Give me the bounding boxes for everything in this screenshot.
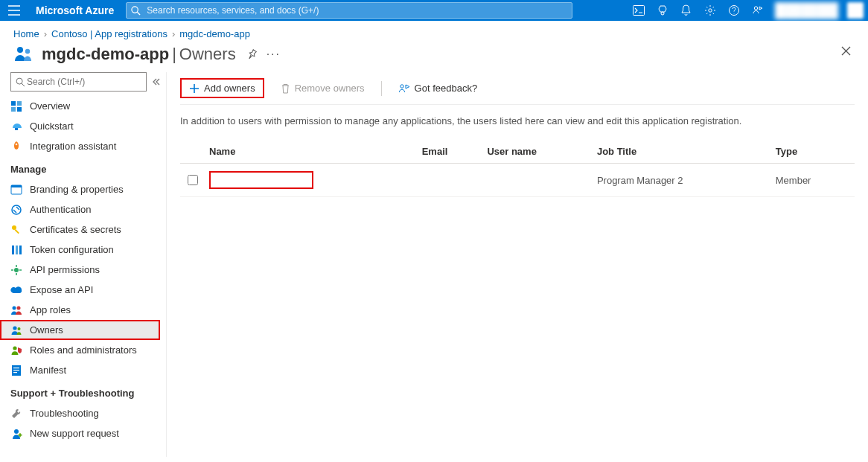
page-title-bold: mgdc-demo-app — [42, 45, 169, 64]
cell-type: Member — [771, 164, 855, 197]
sidebar-item-label: New support request — [30, 428, 119, 439]
notifications-icon[interactable] — [675, 0, 698, 21]
cell-name — [205, 164, 418, 197]
svg-point-27 — [17, 306, 21, 309]
svg-point-28 — [13, 326, 16, 330]
svg-point-4 — [709, 9, 712, 12]
add-owners-button[interactable]: Add owners — [180, 78, 264, 98]
redacted-name — [209, 171, 313, 189]
branding-icon — [10, 184, 22, 196]
feedback-button[interactable]: Got feedback? — [392, 80, 484, 97]
sidebar-item-label: Manifest — [30, 365, 66, 376]
sidebar-item-branding[interactable]: Branding & properties — [0, 179, 166, 199]
svg-rect-2 — [633, 6, 644, 16]
key-icon — [10, 224, 22, 236]
support-icon — [10, 428, 22, 440]
sidebar-item-app-roles[interactable]: App roles — [0, 300, 166, 320]
svg-point-25 — [14, 268, 19, 272]
sidebar-item-overview[interactable]: Overview — [0, 96, 166, 116]
breadcrumb-app[interactable]: mgdc-demo-app — [179, 28, 250, 39]
more-icon[interactable]: ··· — [267, 48, 281, 61]
svg-rect-11 — [11, 101, 16, 106]
add-owners-label: Add owners — [204, 83, 255, 94]
remove-owners-label: Remove owners — [295, 83, 365, 94]
sidebar-item-label: Quickstart — [30, 121, 74, 132]
sidebar-section-support: Support + Troubleshooting — [0, 380, 166, 403]
sidebar-item-label: Overview — [30, 100, 70, 112]
sidebar-item-label: Integration assistant — [30, 141, 116, 152]
svg-point-29 — [18, 327, 21, 330]
col-email[interactable]: Email — [418, 140, 483, 164]
cell-jobtitle: Program Manager 2 — [593, 164, 771, 197]
sidebar-item-label: Token configuration — [30, 244, 114, 255]
close-icon[interactable] — [840, 45, 852, 57]
search-icon — [131, 6, 141, 16]
col-type[interactable]: Type — [771, 140, 855, 164]
account-info[interactable]: ████████████ ████████████ — [770, 2, 843, 19]
svg-rect-23 — [16, 246, 18, 254]
sidebar-search-box[interactable] — [10, 72, 147, 92]
svg-rect-22 — [12, 246, 14, 254]
sidebar-item-owners[interactable]: Owners — [0, 320, 160, 340]
help-icon[interactable] — [723, 0, 745, 21]
global-search[interactable] — [126, 2, 572, 19]
breadcrumb-home[interactable]: Home — [13, 28, 39, 39]
hamburger-icon[interactable] — [4, 1, 24, 20]
api-icon — [10, 264, 22, 276]
copilot-icon[interactable] — [651, 0, 674, 21]
cloudshell-icon[interactable] — [628, 0, 650, 21]
sidebar-item-integration-assistant[interactable]: Integration assistant — [0, 136, 166, 156]
svg-point-19 — [12, 205, 21, 214]
sidebar-item-token-config[interactable]: Token configuration — [0, 240, 166, 260]
sidebar-item-manifest[interactable]: Manifest — [0, 360, 166, 380]
col-username[interactable]: User name — [482, 140, 593, 164]
svg-line-10 — [22, 83, 25, 86]
plus-icon — [189, 83, 200, 94]
sidebar-item-new-support[interactable]: New support request — [0, 423, 166, 443]
sidebar-menu: Overview Quickstart Integration assistan… — [0, 96, 166, 443]
cell-email — [418, 164, 483, 197]
svg-rect-33 — [13, 370, 19, 370]
settings-icon[interactable] — [699, 0, 721, 21]
chevron-right-icon: › — [44, 28, 47, 39]
sidebar-item-expose-api[interactable]: Expose an API — [0, 280, 166, 300]
expose-icon — [10, 284, 22, 296]
svg-point-9 — [16, 78, 22, 84]
topbar-icons: ████████████ ████████████ — [628, 0, 864, 21]
manifest-icon — [10, 365, 22, 376]
sidebar-section-manage: Manage — [0, 156, 166, 179]
feedback-icon[interactable] — [747, 0, 769, 21]
pin-icon[interactable] — [246, 49, 258, 60]
sidebar-item-label: Certificates & secrets — [30, 224, 121, 235]
svg-point-3 — [661, 12, 664, 15]
row-checkbox[interactable] — [188, 175, 198, 185]
sidebar-item-roles-admins[interactable]: Roles and administrators — [0, 340, 166, 360]
remove-owners-button: Remove owners — [275, 80, 371, 97]
sidebar-item-authentication[interactable]: Authentication — [0, 199, 166, 219]
avatar[interactable] — [847, 2, 864, 19]
collapse-sidebar-icon[interactable] — [151, 77, 160, 86]
sidebar-item-api-permissions[interactable]: API permissions — [0, 260, 166, 280]
svg-point-30 — [13, 346, 16, 350]
col-name[interactable]: Name — [205, 140, 418, 164]
sidebar-item-quickstart[interactable]: Quickstart — [0, 116, 166, 136]
sidebar-item-troubleshooting[interactable]: Troubleshooting — [0, 403, 166, 423]
svg-rect-15 — [15, 128, 18, 130]
global-search-input[interactable] — [145, 4, 567, 16]
svg-rect-13 — [11, 107, 16, 112]
sidebar-item-certificates[interactable]: Certificates & secrets — [0, 219, 166, 240]
svg-point-7 — [17, 47, 23, 53]
sidebar: Overview Quickstart Integration assistan… — [0, 72, 167, 457]
svg-rect-12 — [17, 101, 22, 106]
table-row[interactable]: Program Manager 2 Member — [180, 164, 855, 197]
breadcrumb-contoso[interactable]: Contoso | App registrations — [51, 28, 167, 39]
cell-username — [482, 164, 593, 197]
col-jobtitle[interactable]: Job Title — [593, 140, 771, 164]
quickstart-icon — [10, 121, 22, 132]
brand-label[interactable]: Microsoft Azure — [30, 4, 120, 16]
svg-rect-37 — [19, 433, 21, 437]
sidebar-search-input[interactable] — [25, 76, 141, 88]
content-toolbar: Add owners Remove owners Got feedback? — [180, 72, 855, 105]
toolbar-separator — [381, 81, 382, 96]
feedback-people-icon — [398, 83, 410, 94]
